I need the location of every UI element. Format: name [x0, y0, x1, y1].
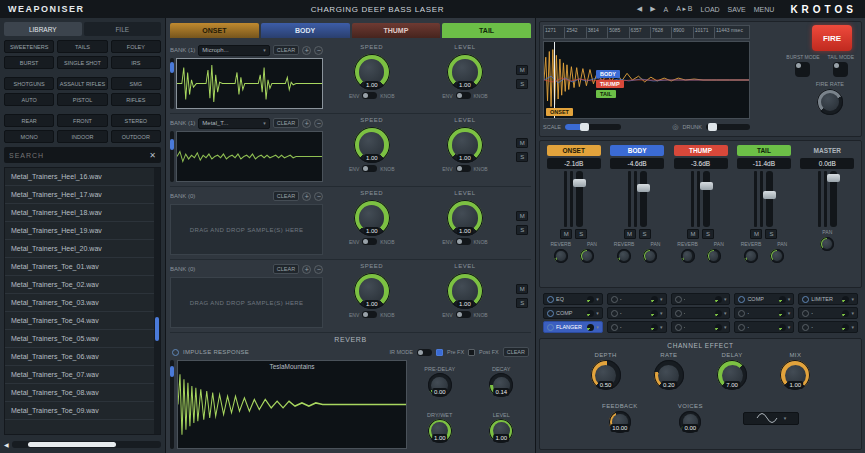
category-assault-rifles[interactable]: ASSAULT RIFLES — [57, 77, 107, 90]
slider-thumb[interactable] — [170, 62, 174, 73]
channel-mute-button[interactable]: M — [560, 229, 572, 239]
voices-knob[interactable]: 0.00 — [679, 411, 701, 433]
power-icon[interactable] — [611, 296, 618, 303]
file-list-item[interactable]: Metal_Trainers_Heel_18.wav — [5, 204, 154, 222]
slider-thumb[interactable] — [170, 139, 174, 150]
category-shotguns[interactable]: SHOTGUNS — [4, 77, 54, 90]
burst-mode-toggle[interactable] — [795, 62, 810, 77]
slider-thumb[interactable] — [170, 366, 174, 377]
reverb-power-button[interactable] — [172, 349, 179, 356]
category-burst[interactable]: BURST — [4, 56, 54, 69]
speed-knob[interactable]: 1.00 — [354, 200, 390, 236]
ir-mode-toggle[interactable] — [417, 349, 432, 356]
power-icon[interactable] — [675, 296, 682, 303]
power-icon[interactable] — [738, 324, 745, 331]
category-irs[interactable]: IRS — [111, 56, 161, 69]
fader-thumb[interactable] — [700, 182, 713, 190]
category-sweeteners[interactable]: SWEETENERS — [4, 40, 54, 53]
fx-slot-onset-2[interactable]: COMP▾ — [543, 307, 603, 319]
channel-fader[interactable] — [640, 171, 647, 227]
fx-mix-knob[interactable] — [587, 324, 594, 331]
category-smg[interactable]: SMG — [111, 77, 161, 90]
category-stereo[interactable]: STEREO — [111, 114, 161, 127]
menu-button[interactable]: MENU — [754, 6, 775, 13]
tab-body[interactable]: BODY — [261, 23, 350, 38]
next-preset-button[interactable]: ▶ — [650, 5, 655, 13]
env-knob-toggle[interactable] — [456, 311, 471, 318]
bank-waveform[interactable] — [176, 58, 323, 109]
file-list-item[interactable]: Metal_Trainers_Heel_17.wav — [5, 186, 154, 204]
fx-slot-thump-3[interactable]: -▾ — [671, 321, 731, 333]
fx-mix-knob[interactable] — [715, 296, 722, 303]
bank-zoom-slider[interactable] — [170, 131, 174, 182]
remove-sample-button[interactable]: − — [314, 119, 323, 128]
power-icon[interactable] — [547, 296, 554, 303]
fx-mix-knob[interactable] — [842, 296, 849, 303]
channel-fader[interactable] — [703, 171, 710, 227]
save-button[interactable]: SAVE — [728, 6, 746, 13]
category-pistol[interactable]: PISTOL — [57, 93, 107, 106]
rate-knob[interactable]: 0.20 — [654, 360, 684, 390]
category-front[interactable]: FRONT — [57, 114, 107, 127]
env-knob-toggle[interactable] — [362, 92, 377, 99]
add-sample-button[interactable]: + — [302, 119, 311, 128]
tail-segment-chip[interactable]: TAIL — [596, 90, 616, 98]
fader-thumb[interactable] — [637, 184, 650, 192]
env-knob-toggle[interactable] — [456, 238, 471, 245]
power-icon[interactable] — [738, 310, 745, 317]
file-list-item[interactable]: Metal_Trainers_Toe_06.wav — [5, 348, 154, 366]
power-icon[interactable] — [675, 310, 682, 317]
channel-pan-knob[interactable] — [643, 249, 657, 263]
category-foley[interactable]: FOLEY — [111, 40, 161, 53]
tab-file[interactable]: FILE — [84, 22, 162, 36]
ab-a-button[interactable]: A — [664, 6, 669, 13]
fader-thumb[interactable] — [763, 191, 776, 199]
scale-slider[interactable] — [565, 124, 621, 130]
clear-search-icon[interactable]: ✕ — [149, 151, 156, 160]
channel-reverb-knob[interactable] — [681, 249, 695, 263]
channel-header[interactable]: TAIL — [737, 145, 791, 156]
speed-knob[interactable]: 1.00 — [354, 273, 390, 309]
channel-pan-knob[interactable] — [707, 249, 721, 263]
category-auto[interactable]: AUTO — [4, 93, 54, 106]
mute-button[interactable]: M — [516, 211, 528, 221]
channel-reverb-knob[interactable] — [744, 249, 758, 263]
env-knob-toggle[interactable] — [362, 165, 377, 172]
category-single-shot[interactable]: SINGLE SHOT — [57, 56, 107, 69]
dry-wet-knob[interactable]: 1.00 — [428, 419, 452, 443]
drop-zone[interactable]: DRAG AND DROP SAMPLE(S) HERE — [170, 277, 323, 328]
file-list-item[interactable]: Metal_Trainers_Toe_04.wav — [5, 312, 154, 330]
fader-thumb[interactable] — [573, 179, 586, 187]
channel-mute-button[interactable]: M — [750, 229, 762, 239]
fire-rate-knob[interactable] — [817, 89, 843, 115]
channel-pan-knob[interactable] — [580, 249, 594, 263]
add-sample-button[interactable]: + — [302, 265, 311, 274]
fx-slot-body-2[interactable]: -▾ — [607, 307, 667, 319]
post-fx-checkbox[interactable] — [468, 349, 475, 356]
fader-thumb[interactable] — [827, 174, 840, 182]
slider-thumb[interactable] — [580, 123, 589, 131]
file-list-item[interactable]: Metal_Trainers_Toe_02.wav — [5, 276, 154, 294]
file-list-item[interactable]: Metal_Trainers_Toe_01.wav — [5, 258, 154, 276]
tab-onset[interactable]: ONSET — [170, 23, 259, 38]
decay-knob[interactable]: 0.14 — [489, 373, 513, 397]
fx-mix-knob[interactable] — [651, 310, 658, 317]
level-knob[interactable]: 1.00 — [447, 127, 483, 163]
category-indoor[interactable]: INDOOR — [57, 130, 107, 143]
channel-fader[interactable] — [766, 171, 773, 227]
file-list-item[interactable]: Metal_Trainers_Toe_05.wav — [5, 330, 154, 348]
search-input[interactable] — [9, 152, 145, 159]
level-knob[interactable]: 1.00 — [447, 54, 483, 90]
reverb-level-knob[interactable]: 1.00 — [489, 419, 513, 443]
file-list-item[interactable]: Metal_Trainers_Toe_08.wav — [5, 384, 154, 402]
fx-slot-onset-1[interactable]: EQ▾ — [543, 293, 603, 305]
fx-slot-master-2[interactable]: -▾ — [798, 307, 858, 319]
category-rifles[interactable]: RIFLES — [111, 93, 161, 106]
fx-mix-knob[interactable] — [779, 296, 786, 303]
file-list-item[interactable]: Metal_Trainers_Toe_07.wav — [5, 366, 154, 384]
fx-slot-onset-3-selected[interactable]: FLANGER▾ — [543, 321, 603, 333]
fx-mix-knob[interactable] — [651, 324, 658, 331]
bank-sample-dropdown[interactable]: Microph...▾ — [198, 45, 269, 56]
channel-solo-button[interactable]: S — [702, 229, 714, 239]
category-outdoor[interactable]: OUTDOOR — [111, 130, 161, 143]
